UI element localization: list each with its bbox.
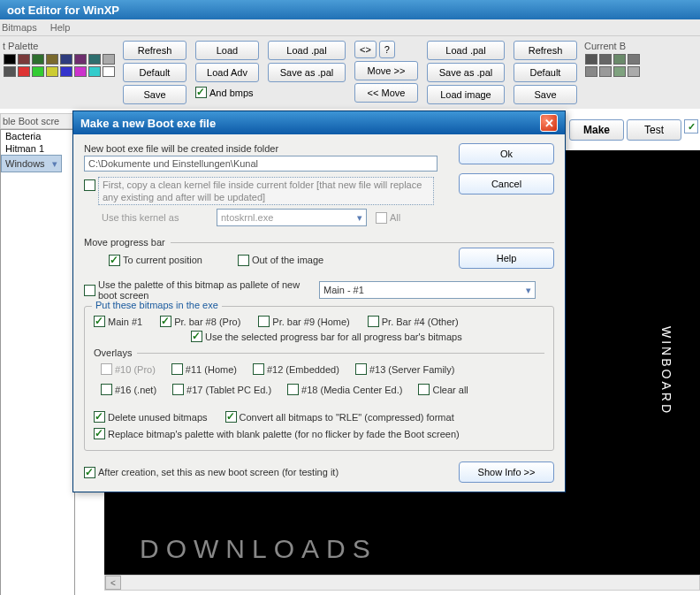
o12-checkbox[interactable] bbox=[253, 363, 264, 375]
out-image-checkbox[interactable] bbox=[238, 255, 249, 266]
loadadv-button[interactable]: Load Adv bbox=[195, 63, 259, 82]
swatch[interactable] bbox=[613, 66, 626, 77]
bitmap-select[interactable]: Main - #1 bbox=[319, 281, 536, 299]
test-button[interactable]: Test bbox=[627, 119, 681, 141]
menu-help[interactable]: Help bbox=[50, 22, 71, 33]
saveaspal-button[interactable]: Save as .pal bbox=[268, 63, 346, 82]
move-prog-label: Move progress bar bbox=[84, 237, 165, 248]
use-selected-checkbox[interactable] bbox=[191, 331, 202, 342]
swatch[interactable] bbox=[103, 54, 115, 65]
del-unused-checkbox[interactable] bbox=[94, 411, 105, 423]
swatch[interactable] bbox=[32, 66, 44, 77]
ok-button[interactable]: Ok bbox=[459, 143, 554, 164]
all-checkbox[interactable] bbox=[376, 212, 387, 224]
default2-button[interactable]: Default bbox=[514, 63, 577, 82]
andbmps-checkbox[interactable] bbox=[195, 87, 207, 98]
o11-checkbox[interactable] bbox=[171, 363, 183, 375]
dialog-titlebar[interactable]: Make a new Boot exe file ✕ bbox=[73, 111, 565, 134]
menubar: Bitmaps Help bbox=[0, 19, 700, 36]
group-title: Put these bitmaps in the exe bbox=[92, 300, 222, 310]
swatch[interactable] bbox=[599, 66, 612, 77]
swatch[interactable] bbox=[103, 66, 115, 77]
all-label: All bbox=[390, 212, 400, 223]
swatch[interactable] bbox=[46, 66, 58, 77]
main1-checkbox[interactable] bbox=[94, 316, 105, 327]
showinfo-button[interactable]: Show Info >> bbox=[459, 462, 554, 483]
swatch[interactable] bbox=[599, 54, 612, 65]
list-item[interactable]: Bacteria bbox=[1, 130, 74, 142]
swatch[interactable] bbox=[4, 54, 16, 65]
movefwd-button[interactable]: Move >> bbox=[354, 61, 418, 80]
swatch[interactable] bbox=[74, 66, 87, 77]
convert-rle-checkbox[interactable] bbox=[225, 411, 237, 423]
swatch[interactable] bbox=[60, 54, 72, 65]
swatch[interactable] bbox=[585, 54, 597, 65]
save2-button[interactable]: Save bbox=[514, 85, 577, 104]
dialog-title: Make a new Boot exe file bbox=[80, 117, 216, 130]
replace-pal-checkbox[interactable] bbox=[94, 428, 105, 439]
pr8-checkbox[interactable] bbox=[160, 316, 171, 327]
copy-kernel-checkbox[interactable] bbox=[84, 179, 95, 191]
o18-checkbox[interactable] bbox=[287, 384, 299, 395]
swatch[interactable] bbox=[88, 54, 101, 65]
folder-input[interactable]: C:\Dokumente und Einstellungen\Kunal bbox=[84, 156, 438, 172]
saveaspal2-button[interactable]: Save as .pal bbox=[427, 63, 505, 82]
scroll-left-button[interactable]: < bbox=[105, 576, 121, 590]
swatch[interactable] bbox=[88, 66, 101, 77]
o16-checkbox[interactable] bbox=[101, 384, 112, 395]
swatch[interactable] bbox=[628, 66, 640, 77]
swatch[interactable] bbox=[46, 54, 58, 65]
replace-pal-label: Replace bitmap's palette with blank pale… bbox=[108, 429, 460, 439]
bootscreen-list[interactable]: Bacteria Hitman 1 Windows bbox=[0, 129, 75, 595]
swatch[interactable] bbox=[18, 54, 30, 65]
swatch[interactable] bbox=[4, 66, 16, 77]
use-palette-checkbox[interactable] bbox=[84, 285, 95, 296]
loadimage-button[interactable]: Load image bbox=[427, 85, 505, 104]
make-button[interactable]: Make bbox=[569, 119, 624, 141]
o10-checkbox[interactable] bbox=[101, 363, 112, 375]
main1-label: Main #1 bbox=[108, 317, 142, 327]
swatch[interactable] bbox=[585, 66, 597, 77]
save-button[interactable]: Save bbox=[123, 85, 186, 104]
o13-checkbox[interactable] bbox=[355, 363, 367, 375]
refresh2-button[interactable]: Refresh bbox=[514, 41, 577, 60]
pr4-checkbox[interactable] bbox=[368, 316, 379, 327]
pr9-checkbox[interactable] bbox=[258, 316, 270, 327]
list-item[interactable]: Hitman 1 bbox=[1, 142, 74, 155]
palette-right-label: Current B bbox=[584, 41, 641, 51]
loadpal2-button[interactable]: Load .pal bbox=[427, 41, 505, 60]
o17-checkbox[interactable] bbox=[172, 384, 184, 395]
load-button[interactable]: Load bbox=[195, 41, 259, 60]
diamond-button[interactable]: <> bbox=[354, 41, 377, 58]
kernel-select[interactable]: ntoskrnl.exe bbox=[217, 209, 367, 226]
app-titlebar: oot Editor for WinXP bbox=[0, 0, 700, 19]
dlg-help-button[interactable]: Help bbox=[459, 248, 554, 269]
o13-label: #13 (Server Family) bbox=[369, 364, 455, 375]
overlays-label: Overlays bbox=[94, 347, 132, 358]
test-checkbox[interactable]: ✓ bbox=[684, 119, 698, 133]
swatch[interactable] bbox=[60, 66, 72, 77]
kernel-note: First, copy a clean kernel file inside c… bbox=[98, 177, 434, 205]
app-title: oot Editor for WinXP bbox=[7, 4, 119, 17]
refresh-button[interactable]: Refresh bbox=[123, 41, 186, 60]
watermark-text: WINBOARD bbox=[659, 326, 673, 416]
loadpal-button[interactable]: Load .pal bbox=[268, 41, 346, 60]
close-icon[interactable]: ✕ bbox=[540, 114, 558, 132]
convert-rle-label: Convert all bitmaps to "RLE" (compressed… bbox=[240, 412, 454, 423]
to-current-checkbox[interactable] bbox=[109, 255, 120, 266]
after-creation-checkbox[interactable] bbox=[84, 467, 95, 478]
default-button[interactable]: Default bbox=[123, 63, 186, 82]
cancel-button[interactable]: Cancel bbox=[459, 173, 554, 195]
help-button[interactable]: ? bbox=[379, 41, 395, 58]
swatch[interactable] bbox=[74, 54, 87, 65]
clearall-checkbox[interactable] bbox=[418, 384, 430, 395]
swatch[interactable] bbox=[18, 66, 30, 77]
moveback-button[interactable]: << Move bbox=[354, 83, 418, 103]
list-item[interactable]: Windows bbox=[1, 155, 62, 172]
menu-bitmaps[interactable]: Bitmaps bbox=[2, 22, 37, 33]
swatch[interactable] bbox=[32, 54, 44, 65]
to-current-label: To current position bbox=[123, 255, 202, 265]
swatch[interactable] bbox=[628, 54, 640, 65]
swatch[interactable] bbox=[613, 54, 626, 65]
horizontal-scrollbar[interactable]: < bbox=[104, 575, 700, 591]
